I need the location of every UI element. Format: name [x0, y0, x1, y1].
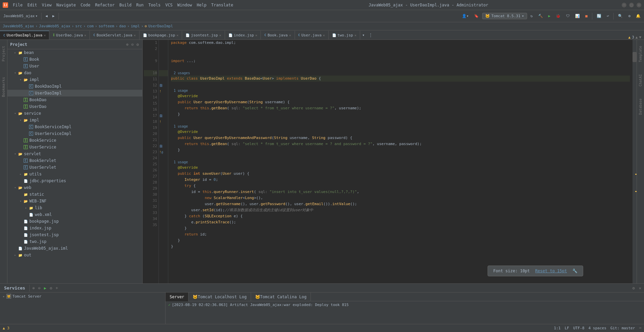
navigate-forward-btn[interactable]: ▶ — [50, 13, 57, 19]
bottom-tab-localhost[interactable]: 🐱 Tomcat Localhost Log — [189, 293, 251, 301]
tab-user[interactable]: C User.java ✕ — [295, 31, 329, 39]
menu-edit[interactable]: Edit — [25, 2, 39, 8]
tree-item-userserviceimpl[interactable]: C UserServiceImpl — [7, 130, 142, 137]
breadcrumb-project[interactable]: JavaWeb05_ajax — [3, 24, 34, 28]
bottom-expand-btn[interactable]: ⊕ — [31, 285, 36, 291]
warning-up-btn[interactable]: ▲ — [636, 35, 638, 39]
tab-bookservlet[interactable]: C BookServlet.java ✕ — [90, 31, 139, 39]
breadcrumb-softeem[interactable]: softeem — [99, 24, 114, 28]
status-indent[interactable]: 4 spaces — [589, 326, 606, 330]
tree-item-bookdao[interactable]: I BookDao — [7, 96, 142, 103]
menu-refactor[interactable]: Refactor — [93, 2, 117, 8]
project-collapse-btn[interactable]: ⊖ — [131, 42, 134, 48]
tab-jsontest[interactable]: 📄 jsontest.jsp ✕ — [182, 31, 225, 39]
project-expand-btn[interactable]: ⊕ — [125, 42, 129, 48]
tree-item-utils[interactable]: ▸ 📁 utils — [7, 171, 142, 177]
bookmarks-label[interactable]: Bookmarks — [0, 74, 7, 100]
coverage-btn[interactable]: 🛡 — [564, 13, 572, 19]
project-panel-label[interactable]: Project — [0, 43, 7, 64]
tree-item-bookdaoimpl[interactable]: C BookDaoImpl — [7, 83, 142, 90]
profile-btn[interactable]: 👤▾ — [460, 13, 471, 19]
maximize-button[interactable]: □ — [629, 3, 634, 7]
tree-item-userservlet[interactable]: C UserServlet — [7, 164, 142, 171]
bottom-add-btn[interactable]: + — [54, 285, 59, 291]
close-button[interactable]: ✕ — [637, 3, 641, 7]
database-label[interactable]: Database — [638, 96, 643, 117]
menu-tools[interactable]: Tools — [146, 2, 163, 8]
tree-item-iml[interactable]: 📄 JavaWeb05_ajax.iml — [7, 245, 142, 252]
tree-item-indexjsp[interactable]: 📄 index.jsp — [7, 225, 142, 231]
tab-bookpage[interactable]: 📄 bookpage.jsp ✕ — [140, 31, 182, 39]
tab-close-user[interactable]: ✕ — [323, 33, 325, 37]
menu-translate[interactable]: Translate — [209, 2, 235, 8]
breadcrumb-src[interactable]: src — [75, 24, 82, 28]
tree-item-dao[interactable]: ▾ 📂 dao — [7, 70, 142, 76]
tree-item-out[interactable]: ▸ 📁 out — [7, 252, 142, 258]
update-btn[interactable]: 🔄 — [595, 13, 603, 19]
tab-book[interactable]: C Book.java ✕ — [261, 31, 295, 39]
tree-item-bookservlet[interactable]: C BookServlet — [7, 157, 142, 164]
status-lf[interactable]: LF — [565, 326, 569, 330]
rollback-btn[interactable]: ↩ — [605, 13, 611, 19]
stop-btn[interactable]: ■ — [583, 13, 590, 19]
editor-scrollbar[interactable] — [633, 40, 637, 283]
tree-item-webxml[interactable]: 📄 web.xml — [7, 211, 142, 218]
run-btn[interactable]: ▶ — [546, 13, 553, 19]
tree-item-bookservice[interactable]: I BookService — [7, 137, 142, 144]
menu-vcs[interactable]: VCS — [163, 2, 175, 8]
profile-run-btn[interactable]: 📊 — [573, 13, 582, 19]
menu-build[interactable]: Build — [117, 2, 133, 8]
project-options-btn[interactable]: ⚙ — [136, 42, 140, 48]
tree-item-twojsp[interactable]: 📄 two.jsp — [7, 238, 142, 245]
tab-close-userdao[interactable]: ✕ — [84, 33, 86, 37]
tabs-more-btn[interactable]: ▾ — [360, 31, 367, 39]
menu-bar[interactable]: File Edit View Navigate Code Refactor Bu… — [11, 2, 235, 8]
tree-item-userdaoimpl[interactable]: C UserDaoImpl — [7, 90, 142, 96]
tree-item-bookpagejsp[interactable]: 📄 bookpage.jsp — [7, 218, 142, 225]
menu-file[interactable]: File — [11, 2, 25, 8]
settings-btn[interactable]: ⚙ — [626, 13, 633, 19]
bottom-settings-btn[interactable]: ⚙ — [631, 285, 636, 291]
tab-index[interactable]: 📄 index.jsp ✕ — [225, 31, 261, 39]
tree-item-bookserviceimpl[interactable]: C BookServiceImpl — [7, 123, 142, 130]
tab-close-bookservlet[interactable]: ✕ — [134, 33, 136, 37]
breadcrumb-classname[interactable]: UserDaoImpl — [148, 24, 173, 28]
chatai-label[interactable]: ChatAI — [638, 72, 643, 89]
tree-item-user-bean[interactable]: C User — [7, 63, 142, 70]
bottom-tab-server[interactable]: Server — [166, 293, 189, 301]
tree-item-service-impl[interactable]: ▾ 📂 impl — [7, 117, 142, 123]
debug-btn[interactable]: 🐞 — [554, 13, 563, 19]
menu-window[interactable]: Window — [175, 2, 194, 8]
tree-item-jdbc[interactable]: 📄 jdbc.properties — [7, 177, 142, 184]
template-label[interactable]: Template — [638, 43, 643, 65]
bottom-server-item[interactable]: ▸ 🐱 Tomcat Server — [0, 293, 165, 300]
menu-run[interactable]: Run — [134, 2, 146, 8]
bottom-close-btn[interactable]: ✕ — [638, 285, 643, 291]
tree-item-dao-impl[interactable]: ▾ 📂 impl — [7, 76, 142, 83]
services-title[interactable]: Services — [1, 284, 28, 293]
refresh-btn[interactable]: ↻ — [528, 13, 535, 19]
menu-code[interactable]: Code — [79, 2, 93, 8]
tab-close-index[interactable]: ✕ — [255, 33, 257, 37]
tab-close-book[interactable]: ✕ — [289, 33, 291, 37]
breadcrumb-file[interactable]: ⊙ — [145, 24, 147, 28]
window-controls[interactable]: ─ □ ✕ — [622, 3, 641, 7]
breadcrumb-com[interactable]: com — [87, 24, 94, 28]
menu-view[interactable]: View — [40, 2, 54, 8]
font-reset-link[interactable]: Reset to 15pt — [535, 269, 567, 273]
tab-two[interactable]: 📄 two.jsp ✕ — [329, 31, 360, 39]
tree-item-lib[interactable]: ▸ 📁 lib — [7, 204, 142, 211]
breadcrumb-dao[interactable]: dao — [119, 24, 126, 28]
status-encoding[interactable]: UTF-8 — [573, 326, 584, 330]
tree-item-jsontestjsp[interactable]: 📄 jsontest.jsp — [7, 231, 142, 238]
bookmark-btn[interactable]: 🔖 — [472, 13, 481, 19]
bottom-run-btn[interactable]: ▶ — [43, 285, 48, 291]
tab-close-two[interactable]: ✕ — [354, 33, 356, 37]
breadcrumb-impl[interactable]: impl — [131, 24, 140, 28]
tabs-options-btn[interactable]: ⋮ — [367, 31, 375, 39]
tree-item-webinf[interactable]: ▾ 📂 WEB-INF — [7, 198, 142, 204]
tab-close-bookpage[interactable]: ✕ — [176, 33, 178, 37]
notifications-btn[interactable]: 🔔 — [634, 13, 643, 19]
tab-userdao[interactable]: I UserDao.java ✕ — [49, 31, 90, 39]
navigate-back-btn[interactable]: ◀ — [43, 13, 50, 19]
